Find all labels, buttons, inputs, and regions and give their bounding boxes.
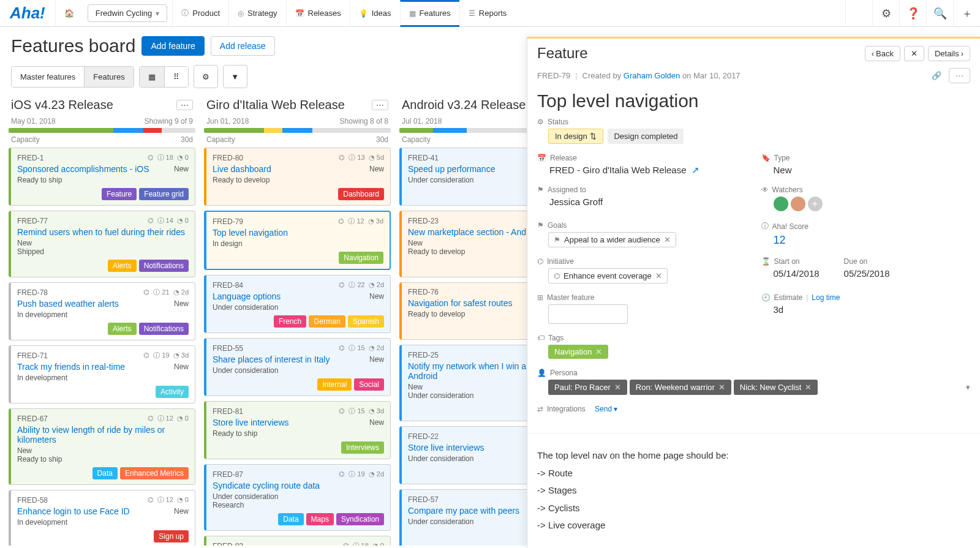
- feature-card[interactable]: FRED-67⌬ⓘ 12◔ 0 Ability to view length o…: [9, 408, 195, 485]
- card-title[interactable]: Enhance login to use Face ID: [17, 506, 130, 516]
- external-link-icon[interactable]: ↗: [692, 165, 699, 175]
- add-watcher-button[interactable]: +: [808, 197, 823, 211]
- card-title[interactable]: Live dashboard: [213, 164, 271, 174]
- tag-chip[interactable]: Navigation ✕: [548, 345, 608, 359]
- tag[interactable]: Activity: [156, 386, 189, 398]
- layout-board-icon[interactable]: ▦: [140, 67, 164, 87]
- tag[interactable]: Feature grid: [139, 188, 189, 200]
- tag[interactable]: Data: [278, 513, 303, 525]
- nav-home-icon[interactable]: 🏠: [55, 0, 83, 27]
- details-button[interactable]: Details›: [928, 46, 970, 61]
- tag[interactable]: Navigation: [339, 252, 383, 264]
- feature-card[interactable]: FRED-83⌬ⓘ 18◔ 0 Highlight tour stagesNew…: [204, 536, 391, 546]
- column-menu[interactable]: ⋯: [176, 100, 193, 110]
- card-title[interactable]: Sponsored accomplishments - iOS: [17, 164, 149, 174]
- tag[interactable]: Maps: [306, 513, 334, 525]
- tag[interactable]: Enhanced Metrics: [120, 467, 189, 479]
- feature-description[interactable]: The top level nav on the home page shoul…: [527, 441, 980, 541]
- persona-chip[interactable]: Nick: New Cyclist ✕: [734, 380, 818, 395]
- nav-reports[interactable]: ☰Reports: [459, 0, 516, 27]
- logo[interactable]: Aha!: [0, 4, 55, 23]
- send-link[interactable]: Send ▾: [595, 405, 617, 413]
- tag[interactable]: Syndication: [336, 513, 384, 525]
- persona-chip[interactable]: Paul: Pro Racer ✕: [548, 380, 627, 395]
- settings-icon[interactable]: ⚙: [872, 0, 899, 27]
- card-title[interactable]: Language options: [213, 291, 281, 301]
- score-value[interactable]: 12: [761, 234, 971, 247]
- help-icon[interactable]: ❓: [899, 0, 926, 27]
- log-time-link[interactable]: Log time: [812, 293, 840, 302]
- card-title[interactable]: Speed up performance: [408, 164, 495, 174]
- search-icon[interactable]: 🔍: [926, 0, 953, 27]
- feature-card[interactable]: FRED-1⌬ⓘ 18◔ 0 Sponsored accomplishments…: [9, 148, 195, 206]
- feature-card[interactable]: FRED-87⌬ⓘ 19◔ 2d Syndicate cycling route…: [204, 464, 391, 531]
- nav-features[interactable]: ▦Features: [400, 0, 459, 27]
- remove-icon[interactable]: ✕: [614, 383, 621, 392]
- card-title[interactable]: Ability to view length of ride by miles …: [17, 425, 189, 445]
- due-date[interactable]: 05/25/2018: [844, 268, 890, 279]
- user-avatar[interactable]: [845, 0, 872, 27]
- feature-card[interactable]: FRED-84⌬ⓘ 22◔ 2d Language optionsNew Und…: [204, 275, 391, 333]
- back-button[interactable]: ‹Back: [865, 46, 900, 61]
- column-menu[interactable]: ⋯: [372, 100, 388, 110]
- feature-card[interactable]: FRED-58⌬ⓘ 12◔ 0 Enhance login to use Fac…: [9, 490, 195, 546]
- watcher-avatar[interactable]: [791, 197, 805, 211]
- tag[interactable]: Feature: [102, 188, 137, 200]
- tag[interactable]: Interviews: [341, 441, 384, 454]
- feature-card[interactable]: FRED-80⌬ⓘ 13◔ 5d Live dashboardNew Ready…: [204, 148, 391, 206]
- workspace-selector[interactable]: Fredwin Cycling ▾: [88, 4, 167, 22]
- add-release-button[interactable]: Add release: [211, 36, 275, 56]
- settings-button[interactable]: ⚙: [194, 65, 218, 88]
- filter-button[interactable]: ▼: [223, 65, 247, 88]
- add-feature-button[interactable]: Add feature: [141, 36, 204, 56]
- more-menu[interactable]: ⋯: [949, 68, 970, 83]
- release-value[interactable]: FRED - Giro d'Italia Web Release: [549, 165, 687, 175]
- remove-icon[interactable]: ✕: [805, 383, 812, 392]
- tag[interactable]: Notifications: [139, 323, 189, 335]
- remove-icon[interactable]: ✕: [655, 271, 662, 280]
- card-title[interactable]: Store live interviews: [408, 443, 484, 452]
- add-icon[interactable]: ＋: [953, 0, 980, 27]
- tag[interactable]: Internal: [317, 378, 352, 391]
- feature-card[interactable]: FRED-81⌬ⓘ 15◔ 3d Store live interviewsNe…: [204, 401, 391, 459]
- card-title[interactable]: New marketplace section - Andro: [408, 227, 533, 237]
- master-feature-input[interactable]: [548, 304, 628, 324]
- tag[interactable]: Data: [92, 467, 118, 479]
- feature-card[interactable]: FRED-55⌬ⓘ 15◔ 2d Share places of interes…: [204, 338, 391, 396]
- type-value[interactable]: New: [761, 165, 971, 175]
- goal-chip[interactable]: ⚑Appeal to a wider audience ✕: [548, 232, 676, 247]
- link-icon[interactable]: 🔗: [932, 71, 941, 80]
- feature-card[interactable]: FRED-77⌬ⓘ 14◔ 0 Remind users when to fue…: [9, 211, 195, 277]
- tag[interactable]: Alerts: [108, 323, 137, 335]
- feature-card[interactable]: FRED-78⌬ⓘ 21◔ 2d Push based weather aler…: [9, 282, 195, 340]
- card-title[interactable]: Syndicate cycling route data: [213, 481, 320, 490]
- status-action-button[interactable]: Design completed: [608, 129, 684, 144]
- tab-master-features[interactable]: Master features: [12, 67, 84, 87]
- feature-card[interactable]: FRED-79⌬ⓘ 12◔ 3d Top level navigation In…: [204, 211, 391, 270]
- remove-icon[interactable]: ✕: [664, 235, 671, 244]
- nav-releases[interactable]: 📅Releases: [286, 0, 350, 27]
- watcher-avatar[interactable]: [774, 197, 788, 211]
- nav-strategy[interactable]: ◎Strategy: [228, 0, 285, 27]
- card-title[interactable]: Push based weather alerts: [17, 299, 119, 309]
- card-title[interactable]: Remind users when to fuel during their r…: [17, 227, 185, 237]
- card-title[interactable]: Store live interviews: [213, 418, 289, 427]
- close-button[interactable]: ✕: [904, 46, 924, 61]
- layout-grid-icon[interactable]: ⠿: [164, 67, 188, 87]
- nav-ideas[interactable]: 💡Ideas: [350, 0, 400, 27]
- remove-icon[interactable]: ✕: [595, 347, 602, 356]
- tab-features[interactable]: Features: [84, 67, 133, 87]
- tag[interactable]: Sign up: [154, 530, 189, 542]
- status-select[interactable]: In design ⇅: [548, 129, 603, 144]
- tag[interactable]: Alerts: [108, 260, 137, 272]
- initiative-chip[interactable]: ⌬Enhance event coverage ✕: [548, 268, 668, 283]
- tag[interactable]: French: [274, 315, 306, 328]
- nav-product[interactable]: ⓘProduct: [172, 0, 228, 27]
- tag[interactable]: Notifications: [139, 260, 189, 272]
- chevron-down-icon[interactable]: ▾: [966, 383, 970, 392]
- card-title[interactable]: Top level navigation: [213, 228, 288, 238]
- tag[interactable]: German: [309, 315, 345, 328]
- estimate-value[interactable]: 3d: [761, 304, 971, 315]
- card-title[interactable]: Track my friends in real-time: [17, 362, 125, 372]
- card-title[interactable]: Share places of interest in Italy: [213, 355, 330, 364]
